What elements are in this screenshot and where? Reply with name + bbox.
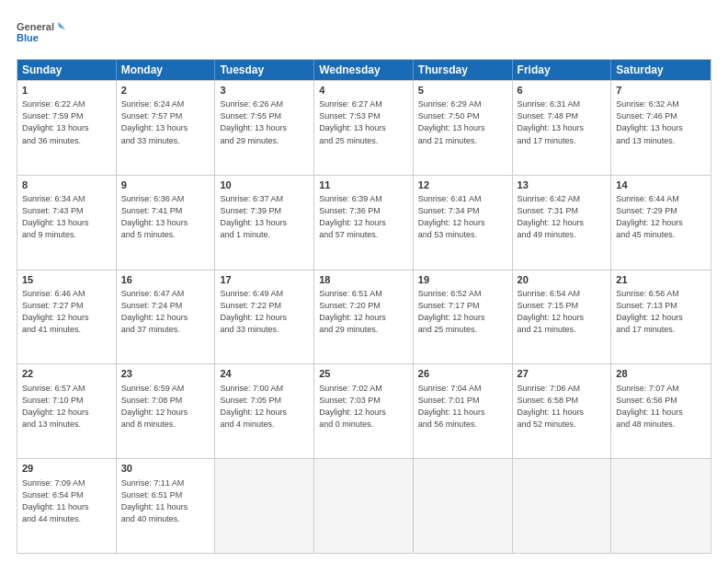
cal-cell-1: 1Sunrise: 6:22 AM Sunset: 7:59 PM Daylig… [17,81,117,175]
cal-cell-empty [215,459,314,553]
cal-cell-21: 21Sunrise: 6:56 AM Sunset: 7:13 PM Dayli… [611,270,711,364]
cal-cell-13: 13Sunrise: 6:42 AM Sunset: 7:31 PM Dayli… [513,176,612,270]
day-number: 19 [418,273,507,287]
day-number: 15 [22,273,111,287]
day-number: 10 [220,178,309,192]
cal-cell-5: 5Sunrise: 6:29 AM Sunset: 7:50 PM Daylig… [414,81,513,175]
day-info: Sunrise: 7:11 AM Sunset: 6:51 PM Dayligh… [121,477,210,525]
cal-cell-2: 2Sunrise: 6:24 AM Sunset: 7:57 PM Daylig… [117,81,216,175]
day-info: Sunrise: 7:04 AM Sunset: 7:01 PM Dayligh… [418,383,507,431]
day-info: Sunrise: 7:00 AM Sunset: 7:05 PM Dayligh… [220,383,309,431]
day-info: Sunrise: 6:49 AM Sunset: 7:22 PM Dayligh… [220,288,309,336]
day-info: Sunrise: 6:52 AM Sunset: 7:17 PM Dayligh… [418,288,507,336]
day-number: 12 [418,178,507,192]
day-number: 11 [319,178,408,192]
day-info: Sunrise: 7:09 AM Sunset: 6:54 PM Dayligh… [22,477,111,525]
day-info: Sunrise: 6:54 AM Sunset: 7:15 PM Dayligh… [518,288,607,336]
cal-cell-23: 23Sunrise: 6:59 AM Sunset: 7:08 PM Dayli… [117,364,216,458]
cal-cell-4: 4Sunrise: 6:27 AM Sunset: 7:53 PM Daylig… [314,81,414,175]
day-info: Sunrise: 6:42 AM Sunset: 7:31 PM Dayligh… [518,193,607,241]
day-number: 17 [220,273,309,287]
logo: General Blue [17,17,67,50]
cal-cell-25: 25Sunrise: 7:02 AM Sunset: 7:03 PM Dayli… [314,364,414,458]
cal-cell-empty [314,459,414,553]
day-number: 13 [518,178,607,192]
day-number: 9 [121,178,210,192]
header-day-monday: Monday [117,60,216,80]
cal-cell-18: 18Sunrise: 6:51 AM Sunset: 7:20 PM Dayli… [314,270,414,364]
day-number: 18 [319,273,408,287]
cal-row-1: 1Sunrise: 6:22 AM Sunset: 7:59 PM Daylig… [17,80,711,175]
header-day-sunday: Sunday [17,60,117,80]
cal-cell-8: 8Sunrise: 6:34 AM Sunset: 7:43 PM Daylig… [17,176,117,270]
cal-cell-empty [414,459,513,553]
day-number: 16 [121,273,210,287]
day-info: Sunrise: 6:37 AM Sunset: 7:39 PM Dayligh… [220,193,309,241]
cal-cell-26: 26Sunrise: 7:04 AM Sunset: 7:01 PM Dayli… [414,364,513,458]
day-number: 28 [616,367,706,381]
day-number: 8 [22,178,111,192]
day-info: Sunrise: 6:22 AM Sunset: 7:59 PM Dayligh… [22,98,111,146]
day-info: Sunrise: 6:29 AM Sunset: 7:50 PM Dayligh… [418,98,507,146]
header-day-wednesday: Wednesday [314,60,414,80]
cal-cell-3: 3Sunrise: 6:26 AM Sunset: 7:55 PM Daylig… [215,81,314,175]
day-info: Sunrise: 6:34 AM Sunset: 7:43 PM Dayligh… [22,193,111,241]
cal-cell-29: 29Sunrise: 7:09 AM Sunset: 6:54 PM Dayli… [17,459,117,553]
cal-cell-24: 24Sunrise: 7:00 AM Sunset: 7:05 PM Dayli… [215,364,314,458]
day-number: 2 [121,84,210,98]
day-info: Sunrise: 6:41 AM Sunset: 7:34 PM Dayligh… [418,193,507,241]
header-day-thursday: Thursday [414,60,513,80]
day-number: 4 [319,84,408,98]
day-number: 5 [418,84,507,98]
cal-cell-7: 7Sunrise: 6:32 AM Sunset: 7:46 PM Daylig… [611,81,711,175]
day-number: 21 [616,273,706,287]
cal-cell-11: 11Sunrise: 6:39 AM Sunset: 7:36 PM Dayli… [314,176,414,270]
day-info: Sunrise: 6:26 AM Sunset: 7:55 PM Dayligh… [220,98,309,146]
day-number: 7 [616,84,706,98]
calendar: SundayMondayTuesdayWednesdayThursdayFrid… [17,59,711,554]
day-number: 29 [22,462,111,476]
day-number: 30 [121,462,210,476]
day-number: 20 [518,273,607,287]
cal-cell-19: 19Sunrise: 6:52 AM Sunset: 7:17 PM Dayli… [414,270,513,364]
day-info: Sunrise: 6:47 AM Sunset: 7:24 PM Dayligh… [121,288,210,336]
header-day-saturday: Saturday [611,60,711,80]
day-info: Sunrise: 7:07 AM Sunset: 6:56 PM Dayligh… [616,383,706,431]
svg-text:Blue: Blue [17,32,39,43]
cal-cell-16: 16Sunrise: 6:47 AM Sunset: 7:24 PM Dayli… [117,270,216,364]
cal-row-2: 8Sunrise: 6:34 AM Sunset: 7:43 PM Daylig… [17,175,711,270]
day-number: 26 [418,367,507,381]
header: General Blue [17,17,711,50]
day-info: Sunrise: 6:31 AM Sunset: 7:48 PM Dayligh… [518,98,607,146]
day-info: Sunrise: 6:27 AM Sunset: 7:53 PM Dayligh… [319,98,408,146]
cal-row-5: 29Sunrise: 7:09 AM Sunset: 6:54 PM Dayli… [17,458,711,553]
cal-cell-28: 28Sunrise: 7:07 AM Sunset: 6:56 PM Dayli… [611,364,711,458]
day-info: Sunrise: 6:36 AM Sunset: 7:41 PM Dayligh… [121,193,210,241]
cal-cell-14: 14Sunrise: 6:44 AM Sunset: 7:29 PM Dayli… [611,176,711,270]
logo-icon: General Blue [17,17,67,50]
day-number: 27 [518,367,607,381]
cal-cell-17: 17Sunrise: 6:49 AM Sunset: 7:22 PM Dayli… [215,270,314,364]
day-number: 6 [518,84,607,98]
page: General Blue SundayMondayTuesdayWednesda… [0,0,728,563]
cal-row-4: 22Sunrise: 6:57 AM Sunset: 7:10 PM Dayli… [17,363,711,458]
cal-cell-empty [513,459,612,553]
day-info: Sunrise: 6:32 AM Sunset: 7:46 PM Dayligh… [616,98,706,146]
cal-cell-15: 15Sunrise: 6:46 AM Sunset: 7:27 PM Dayli… [17,270,117,364]
header-day-friday: Friday [513,60,612,80]
day-info: Sunrise: 6:39 AM Sunset: 7:36 PM Dayligh… [319,193,408,241]
cal-cell-27: 27Sunrise: 7:06 AM Sunset: 6:58 PM Dayli… [513,364,612,458]
svg-text:General: General [17,21,54,32]
day-info: Sunrise: 6:59 AM Sunset: 7:08 PM Dayligh… [121,383,210,431]
day-number: 22 [22,367,111,381]
cal-cell-6: 6Sunrise: 6:31 AM Sunset: 7:48 PM Daylig… [513,81,612,175]
cal-cell-12: 12Sunrise: 6:41 AM Sunset: 7:34 PM Dayli… [414,176,513,270]
cal-row-3: 15Sunrise: 6:46 AM Sunset: 7:27 PM Dayli… [17,270,711,364]
day-number: 24 [220,367,309,381]
day-info: Sunrise: 6:24 AM Sunset: 7:57 PM Dayligh… [121,98,210,146]
day-info: Sunrise: 6:57 AM Sunset: 7:10 PM Dayligh… [22,383,111,431]
cal-cell-empty [611,459,711,553]
day-number: 14 [616,178,706,192]
day-info: Sunrise: 7:06 AM Sunset: 6:58 PM Dayligh… [518,383,607,431]
svg-marker-2 [59,21,66,29]
